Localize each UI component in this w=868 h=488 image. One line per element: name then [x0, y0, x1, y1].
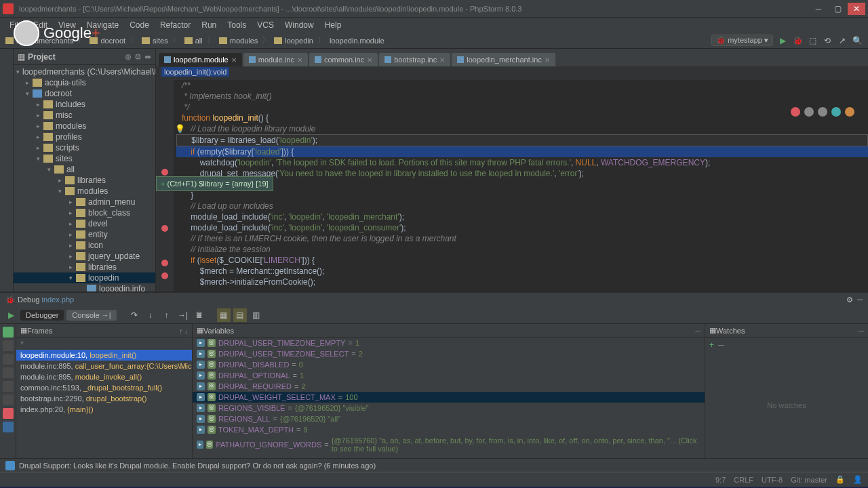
run-config-select[interactable]: 🐞 mytestapp ▾	[711, 35, 773, 46]
tree-item[interactable]: ▾modules	[14, 186, 155, 197]
step-into-button[interactable]: ↓	[144, 308, 157, 322]
settings-button[interactable]	[3, 381, 14, 392]
tree-item[interactable]: ▸profiles	[14, 131, 155, 142]
close-tab-icon[interactable]: ✕	[545, 56, 550, 64]
left-gutter[interactable]	[0, 49, 14, 291]
menu-refactor[interactable]: Refactor	[155, 19, 196, 31]
evaluate-button[interactable]: 🖩	[193, 308, 206, 322]
code-line[interactable]: // Load up our includes	[176, 201, 868, 211]
layout-button[interactable]: ▦	[217, 308, 231, 322]
breadcrumb-item[interactable]: loopedin	[274, 37, 313, 45]
search-button[interactable]: 🔍	[852, 35, 863, 46]
code-line[interactable]: if (isset($_COOKIE['LIMERCH'])) {	[176, 255, 868, 266]
close-button[interactable]	[3, 408, 14, 419]
breakpoint-icon[interactable]	[161, 260, 168, 266]
tree-item[interactable]: ▸jquery_update	[14, 251, 155, 262]
frame-item[interactable]: bootstrap.inc:2290, drupal_bootstrap()	[16, 393, 192, 404]
console-tab[interactable]: Console →|	[66, 310, 116, 321]
variable-item[interactable]: ▸ⓔDRUPAL_WEIGHT_SELECT_MAX = 100	[193, 392, 705, 403]
code-line[interactable]: * Implements hook_init()	[176, 91, 868, 102]
hide-icon[interactable]: ⬌	[144, 52, 151, 62]
code-line[interactable]: $merch = Merchant::getInstance();	[176, 266, 868, 277]
tree-item[interactable]: ▾sites	[14, 153, 155, 164]
view-breakpoints-button[interactable]	[3, 354, 14, 365]
code-line[interactable]: watchdog('loopedin', 'The looped in SDK …	[176, 157, 868, 168]
tree-item[interactable]: ▸icon	[14, 240, 155, 251]
stop-button[interactable]	[3, 340, 14, 351]
variable-item[interactable]: ▸ⓔDRUPAL_USER_TIMEZONE_SELECT = 2	[193, 348, 705, 359]
menu-run[interactable]: Run	[196, 19, 222, 31]
code-editor[interactable]: /** * Implements hook_init() */function …	[156, 80, 868, 291]
resume-button[interactable]: ▶	[4, 308, 18, 322]
debug-button[interactable]: 🐞	[792, 35, 803, 46]
tree-item[interactable]: ▸includes	[14, 99, 155, 110]
tree-item[interactable]: ▸libraries	[14, 262, 155, 272]
code-line[interactable]: if (empty($library['loaded'])) {	[176, 146, 868, 157]
editor-tab[interactable]: loopedin.module✕	[159, 53, 242, 66]
menu-code[interactable]: Code	[124, 19, 155, 31]
close-tab-icon[interactable]: ✕	[367, 56, 372, 64]
run-button[interactable]: ▶	[777, 35, 788, 46]
frame-item[interactable]: loopedin.module:10, loopedin_init()	[16, 350, 192, 361]
mute-button[interactable]	[3, 367, 14, 378]
code-line[interactable]: $library = libraries_load('loopedin');	[176, 134, 868, 146]
variable-item[interactable]: ▸ⓔTOKEN_MAX_DEPTH = 9	[193, 424, 705, 435]
tree-item[interactable]: ▸modules	[14, 121, 155, 131]
minimize-icon[interactable]: ─	[857, 296, 863, 304]
code-line[interactable]: */	[176, 102, 868, 113]
close-tab-icon[interactable]: ✕	[297, 56, 302, 64]
variable-item[interactable]: ▸ⓔPATHAUTO_IGNORE_WORDS = {@76195760} "a…	[193, 435, 705, 454]
hide-icon[interactable]: ─	[695, 327, 701, 335]
bulb-icon[interactable]: 💡	[175, 123, 185, 134]
code-line[interactable]: // If there is an LIMERCH cookie, then t…	[176, 233, 868, 244]
encoding[interactable]: UTF-8	[762, 476, 783, 484]
tree-item[interactable]: ▸libraries	[14, 175, 155, 186]
breadcrumb-item[interactable]: modules	[219, 37, 258, 45]
tree-item[interactable]: ▾docroot	[14, 88, 155, 99]
code-line[interactable]: module_load_include('inc', 'loopedin', '…	[176, 222, 868, 233]
frame-item[interactable]: index.php:20, {main}()	[16, 404, 192, 415]
tree-item[interactable]: ▸entity	[14, 229, 155, 240]
breakpoint-icon[interactable]	[161, 272, 168, 279]
pin-button[interactable]	[3, 394, 14, 405]
variable-item[interactable]: ▸ⓔDRUPAL_DISABLED = 0	[193, 359, 705, 370]
collapse-icon[interactable]: ⊕	[125, 52, 132, 62]
breakpoint-icon[interactable]	[161, 225, 168, 232]
minimize-button[interactable]: ─	[810, 3, 827, 15]
breakpoint-icon[interactable]	[161, 169, 168, 176]
close-button[interactable]: ✕	[848, 3, 865, 15]
code-line[interactable]: function loopedin_init() {	[176, 113, 868, 123]
rerun-button[interactable]	[3, 327, 14, 338]
tree-item[interactable]: loopedin.info	[14, 283, 155, 291]
lock-icon[interactable]: 🔒	[835, 475, 845, 484]
indicator-icon[interactable]	[804, 107, 814, 117]
gear-icon[interactable]: ⚙	[134, 52, 142, 62]
line-ending[interactable]: CRLF	[734, 476, 753, 484]
add-watch-button[interactable]: +	[709, 340, 714, 350]
toolbar-button[interactable]: ⬚	[807, 35, 818, 46]
menu-window[interactable]: Window	[279, 19, 319, 31]
hide-icon[interactable]: ─	[859, 327, 864, 335]
close-tab-icon[interactable]: ✕	[439, 56, 445, 64]
code-line[interactable]: module_load_include('inc', 'loopedin', '…	[176, 211, 868, 222]
indicator-icon[interactable]	[845, 107, 854, 117]
editor-tab[interactable]: module.inc✕	[243, 53, 308, 66]
close-tab-icon[interactable]: ✕	[231, 56, 237, 64]
editor-tab[interactable]: common.inc✕	[309, 53, 378, 66]
tree-item[interactable]: ▸admin_menu	[14, 197, 155, 207]
frame-item[interactable]: module.inc:895, module_invoke_all()	[16, 371, 192, 382]
variable-item[interactable]: ▸ⓔDRUPAL_USER_TIMEZONE_EMPTY = 1	[193, 338, 705, 348]
hector-icon[interactable]: 👤	[853, 475, 863, 484]
up-icon[interactable]: ↑	[179, 327, 183, 335]
tree-item[interactable]: ▸misc	[14, 110, 155, 121]
variable-item[interactable]: ▸ⓔDRUPAL_OPTIONAL = 1	[193, 370, 705, 381]
tree-item[interactable]: ▸block_class	[14, 207, 155, 218]
code-line[interactable]: 💡 // Load the loopedin library module	[176, 123, 868, 134]
notification-bar[interactable]: Drupal Support: Looks like it's Drupal m…	[0, 458, 868, 472]
layout-button[interactable]: ▤	[233, 308, 247, 322]
frame-item[interactable]: module.inc:895, call_user_func_array:{C:…	[16, 361, 192, 371]
remove-watch-button[interactable]: ─	[718, 340, 724, 350]
down-icon[interactable]: ↓	[184, 327, 189, 335]
cursor-position[interactable]: 9:7	[715, 476, 726, 484]
toolbar-button[interactable]: ⟲	[822, 35, 833, 46]
